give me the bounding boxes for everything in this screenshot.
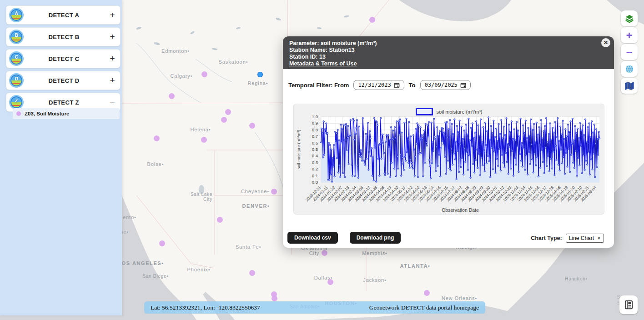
to-label: To [409, 82, 416, 89]
svg-text:soil moisture (m³/m³): soil moisture (m³/m³) [296, 130, 301, 169]
globe-button[interactable] [621, 61, 638, 77]
sidebar-layer-z03-soil-moisture[interactable]: Z03, Soil Moisture [13, 108, 120, 119]
download-csv-button[interactable]: Download csv [287, 232, 338, 244]
map-controls: + − [621, 10, 638, 94]
svg-text:0.3: 0.3 [312, 160, 318, 165]
basemap-button[interactable] [621, 78, 638, 94]
station-dot[interactable] [169, 93, 175, 99]
station-dot[interactable] [369, 17, 375, 23]
station-dot[interactable] [322, 250, 327, 256]
plus-icon: + [626, 31, 632, 40]
sidebar-group-detect-d[interactable]: D DETECT D + [6, 71, 121, 90]
station-dot[interactable] [217, 217, 223, 223]
svg-text:0.9: 0.9 [312, 120, 318, 125]
city-label: ento• [123, 215, 136, 220]
station-dot[interactable] [221, 117, 227, 123]
svg-text:0.1: 0.1 [312, 173, 318, 178]
svg-text:0.7: 0.7 [312, 134, 318, 139]
city-label: LOS ANGELES• [118, 260, 164, 266]
station-dot[interactable] [154, 135, 160, 141]
station-dot[interactable] [159, 240, 165, 246]
sidebar-group-detect-a[interactable]: A DETECT A + [6, 5, 121, 25]
soil-moisture-line-chart: 0.00.10.20.30.40.50.60.70.80.91.02023-12… [294, 104, 605, 214]
station-id-line: Station ID: 13 [289, 54, 608, 60]
group-label: DETECT B [22, 34, 106, 40]
station-dot[interactable] [272, 295, 277, 301]
expand-icon[interactable]: + [106, 10, 119, 20]
temporal-filter-row: Temporal Filter: From 12/31/2023 To 03/0… [288, 80, 475, 90]
date-to-input[interactable]: 03/09/2025 [420, 80, 471, 90]
parameter-line: Parameter: soil moisture (m³/m³) [289, 40, 608, 47]
svg-text:Observation Date: Observation Date [442, 207, 479, 213]
layers-button[interactable] [621, 10, 638, 26]
group-label: DETECT Z [22, 99, 106, 106]
zoom-in-button[interactable]: + [621, 27, 638, 43]
station-dot[interactable] [271, 189, 277, 195]
layer-color-dot-icon [16, 111, 21, 116]
modal-header: Parameter: soil moisture (m³/m³) Station… [283, 36, 614, 69]
city-label: Phoenix• [187, 267, 211, 272]
layers-icon [624, 14, 634, 24]
city-label: Hamilton• [565, 276, 587, 281]
city-label: Regina• [247, 80, 268, 86]
zoom-out-button[interactable]: − [621, 44, 638, 60]
city-label: DENVER• [242, 203, 270, 209]
expand-icon[interactable]: + [106, 54, 119, 64]
chevron-down-icon: ▼ [597, 236, 601, 240]
city-label: Saskatoon• [219, 59, 248, 65]
group-label: DETECT A [22, 12, 106, 19]
journal-icon [624, 300, 634, 310]
station-dot[interactable] [201, 137, 207, 143]
station-dot[interactable] [225, 109, 231, 115]
sidebar-group-detect-b[interactable]: B DETECT B + [6, 27, 121, 46]
metadata-terms-link[interactable]: Metadata & Terms of Use [289, 60, 608, 67]
station-data-modal: Parameter: soil moisture (m³/m³) Station… [283, 36, 614, 248]
close-icon: ✕ [604, 40, 608, 46]
city-label: Salt Lake City [191, 192, 212, 202]
detect-c-logo-icon: C [10, 53, 22, 65]
chart-type-select[interactable]: Line Chart ▼ [566, 234, 604, 243]
city-label: Calgary• [171, 73, 193, 79]
station-dot[interactable] [201, 71, 207, 77]
station-dot[interactable] [424, 290, 430, 296]
layer-sidebar: A DETECT A + B DETECT B + C DETECT C + D… [0, 0, 122, 315]
city-label: Helena• [190, 127, 211, 132]
app-screen: Edmonton•Saskatoon•Calgary•Regina•Helena… [0, 0, 644, 320]
group-label: DETECT D [22, 77, 106, 84]
city-label: Edmonton• [161, 48, 190, 54]
selected-station-dot[interactable] [257, 72, 263, 77]
collapse-icon[interactable]: − [106, 97, 119, 107]
city-label: Memphis• [362, 250, 387, 256]
svg-text:0.6: 0.6 [312, 140, 318, 145]
city-label: San Diego• [142, 274, 168, 279]
date-from-input[interactable]: 12/31/2023 [353, 80, 404, 90]
city-label: Boise• [147, 161, 164, 167]
download-png-button[interactable]: Download png [350, 232, 401, 244]
calendar-icon [460, 82, 466, 88]
city-label: se• [121, 230, 128, 235]
station-dot[interactable] [327, 279, 333, 285]
station-dot[interactable] [249, 123, 255, 129]
calendar-icon [394, 82, 400, 88]
chart-panel: soil moisture (m³/m³) 0.00.10.20.30.40.5… [293, 104, 604, 215]
city-label: Santa Fe• [236, 244, 262, 250]
sidebar-group-detect-c[interactable]: C DETECT C + [6, 49, 121, 68]
expand-icon[interactable]: + [106, 75, 119, 85]
svg-text:0.2: 0.2 [312, 166, 318, 171]
homepage-link[interactable]: Geonetwork DETECT data portal homepage [369, 304, 479, 311]
station-name-line: Station Name: Station13 [289, 47, 608, 54]
detect-z-logo-icon: Z [10, 96, 22, 108]
journal-button[interactable] [619, 295, 638, 314]
chart-type-label: Chart Type: [531, 235, 562, 241]
download-row: Download csv Download png [287, 232, 401, 244]
station-dot[interactable] [249, 270, 255, 276]
svg-text:0.4: 0.4 [312, 153, 318, 158]
coordinates-readout: Lat: 56.5213392321, Lon: -120.8322550637 [151, 304, 260, 311]
city-label: New Orleans• [442, 295, 477, 301]
city-label: Jackson• [363, 277, 386, 283]
city-label: ATLANTA• [400, 263, 431, 269]
map-icon [624, 81, 634, 91]
close-button[interactable]: ✕ [601, 38, 610, 47]
expand-icon[interactable]: + [106, 32, 119, 42]
svg-text:1.0: 1.0 [312, 114, 318, 119]
